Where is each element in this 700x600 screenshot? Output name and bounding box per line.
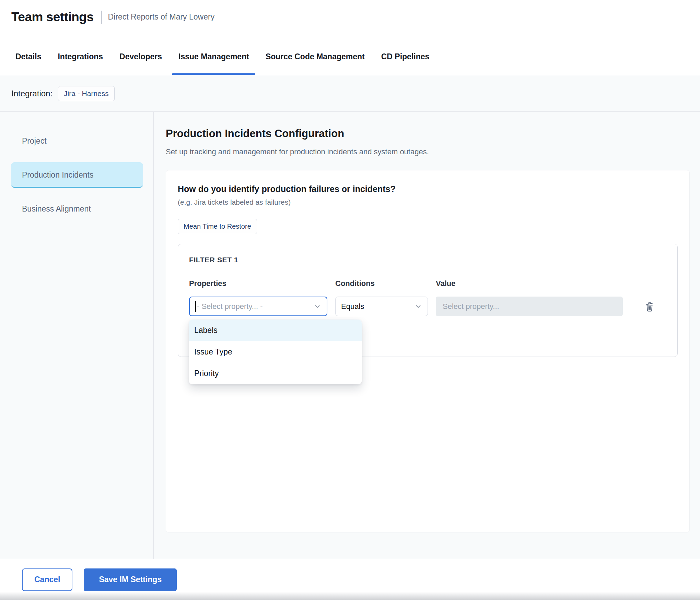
conditions-column: Conditions Equals	[335, 279, 428, 316]
sidebar-item-project[interactable]: Project	[11, 128, 143, 154]
tab-issue-management[interactable]: Issue Management	[178, 39, 249, 75]
content-area: Project Production Incidents Business Al…	[0, 112, 700, 559]
filter-set-title: FILTER SET 1	[189, 256, 666, 264]
app-header: Team settings Direct Reports of Mary Low…	[0, 0, 700, 34]
conditions-column-label: Conditions	[335, 279, 428, 288]
chevron-down-icon	[415, 303, 422, 310]
properties-column-label: Properties	[189, 279, 327, 288]
incidents-config-card: How do you identify production failures …	[166, 170, 690, 532]
trash-icon	[644, 301, 655, 312]
footer-bar: Cancel Save IM Settings	[0, 559, 700, 600]
sidebar-item-business-alignment[interactable]: Business Alignment	[11, 196, 143, 222]
tab-source-code-management[interactable]: Source Code Management	[266, 39, 365, 75]
condition-select[interactable]: Equals	[335, 297, 428, 316]
dropdown-option-labels[interactable]: Labels	[189, 320, 362, 341]
integration-chip[interactable]: Jira - Harness	[58, 86, 115, 101]
integration-label: Integration:	[11, 89, 52, 98]
condition-select-value: Equals	[341, 302, 364, 311]
property-select-placeholder: - Select property... -	[197, 302, 263, 311]
sidebar-item-production-incidents[interactable]: Production Incidents	[11, 162, 143, 188]
dropdown-option-priority[interactable]: Priority	[189, 363, 362, 384]
section-title: Production Incidents Configuration	[166, 128, 690, 140]
section-subtitle: Set up tracking and management for produ…	[166, 147, 690, 156]
sidebar: Project Production Incidents Business Al…	[0, 112, 154, 559]
save-im-settings-button[interactable]: Save IM Settings	[84, 568, 177, 591]
value-column-label: Value	[436, 279, 623, 288]
tab-bar: Details Integrations Developers Issue Ma…	[0, 34, 700, 75]
tab-integrations[interactable]: Integrations	[58, 39, 103, 75]
filter-row: Properties - Select property... -	[189, 279, 666, 316]
value-input[interactable]	[436, 297, 623, 316]
properties-column: Properties - Select property... -	[189, 279, 327, 316]
tab-cd-pipelines[interactable]: CD Pipelines	[381, 39, 430, 75]
page-title: Team settings	[11, 10, 94, 24]
bottom-fade	[0, 592, 700, 600]
delete-filter-button[interactable]	[643, 297, 656, 316]
text-caret	[195, 301, 196, 312]
question-heading: How do you identify production failures …	[178, 184, 678, 194]
page: Team settings Direct Reports of Mary Low…	[0, 0, 700, 600]
property-select[interactable]: - Select property... -	[189, 297, 327, 316]
filter-set-card: FILTER SET 1 Properties - Select propert…	[178, 244, 678, 357]
cancel-button[interactable]: Cancel	[22, 568, 72, 591]
value-column: Value	[436, 279, 623, 316]
metric-chip-mean-time-to-restore[interactable]: Mean Time to Restore	[178, 219, 257, 234]
title-separator	[101, 11, 102, 24]
question-hint: (e.g. Jira tickets labeled as failures)	[178, 198, 678, 206]
dropdown-option-issue-type[interactable]: Issue Type	[189, 341, 362, 363]
property-dropdown: Labels Issue Type Priority	[189, 320, 362, 384]
tab-developers[interactable]: Developers	[119, 39, 162, 75]
chevron-down-icon	[314, 303, 321, 310]
tab-details[interactable]: Details	[15, 39, 41, 75]
page-subtitle: Direct Reports of Mary Lowery	[108, 12, 215, 22]
integration-row: Integration: Jira - Harness	[0, 75, 700, 112]
main-panel: Production Incidents Configuration Set u…	[154, 112, 700, 559]
